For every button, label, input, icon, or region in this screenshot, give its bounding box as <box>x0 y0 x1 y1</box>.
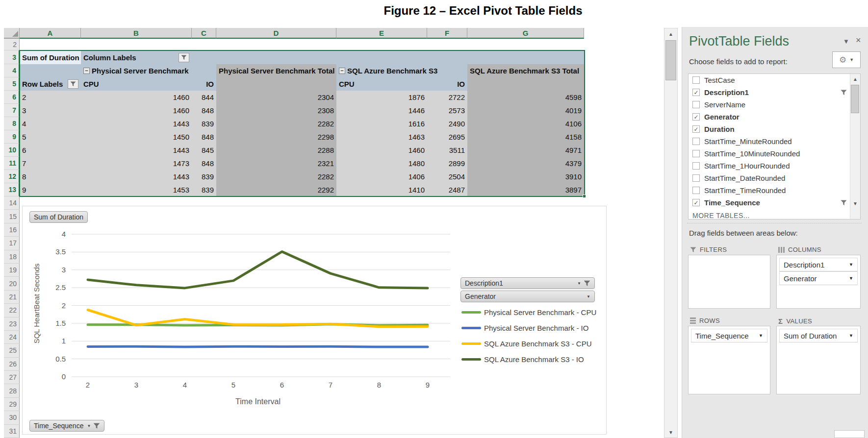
row-header-17[interactable]: 17 <box>4 237 20 250</box>
column-header-A[interactable]: A <box>20 28 81 39</box>
pivot-cell[interactable]: 4971 <box>467 144 584 157</box>
axis-field-button[interactable]: Time_Sequence ▼ <box>29 420 104 432</box>
cell-c3[interactable] <box>192 50 216 64</box>
field-item-starttime_10minuterounded[interactable]: StartTime_10MinuteRounded <box>689 147 851 160</box>
row-header-29[interactable]: 29 <box>4 398 20 411</box>
group-sql-azure-header[interactable]: − SQL Azure Benchmark S3 <box>336 64 467 77</box>
pivot-cell[interactable]: 2282 <box>216 117 336 130</box>
pivot-cell[interactable]: 1463 <box>336 130 427 144</box>
pane-collapse-icon[interactable]: ▼ <box>843 38 849 45</box>
pivot-cell[interactable]: 3511 <box>427 144 467 157</box>
field-item-starttime_minuterounded[interactable]: StartTime_MinuteRounded <box>689 135 851 147</box>
scroll-thumb[interactable] <box>851 85 859 113</box>
pivot-cell[interactable]: 3897 <box>467 183 584 196</box>
row-header-21[interactable]: 21 <box>4 291 20 304</box>
row-header-14[interactable]: 14 <box>4 196 20 210</box>
sa-io-header[interactable]: IO <box>427 77 467 91</box>
row-header-11[interactable]: 11 <box>4 157 20 170</box>
pivot-cell[interactable]: 1443 <box>81 117 192 130</box>
pivot-cell[interactable]: 4 <box>20 117 81 130</box>
row-header-20[interactable]: 20 <box>4 277 20 290</box>
field-checkbox[interactable] <box>692 76 700 84</box>
row-header-31[interactable]: 31 <box>4 425 20 438</box>
more-tables-link[interactable]: MORE TABLES... <box>689 209 860 219</box>
field-list-scrollbar[interactable]: ▲ ▼ <box>850 74 860 219</box>
pivot-cell[interactable]: 3 <box>20 104 81 117</box>
pivot-cell[interactable]: 2695 <box>427 130 467 144</box>
pivot-cell[interactable]: 839 <box>192 183 216 196</box>
pivot-cell[interactable]: 4598 <box>467 91 584 104</box>
column-header-B[interactable]: B <box>81 28 192 39</box>
cell-a4[interactable] <box>20 64 81 77</box>
pivot-cell[interactable]: 1450 <box>81 130 192 144</box>
row-header-24[interactable]: 24 <box>4 331 20 344</box>
area-field-generator[interactable]: Generator▼ <box>779 271 858 285</box>
column-header-D[interactable]: D <box>216 28 336 39</box>
pivot-cell[interactable]: 2321 <box>216 157 336 170</box>
pivot-cell[interactable]: 2490 <box>427 117 467 130</box>
row-header-15[interactable]: 15 <box>4 210 20 223</box>
collapse-icon[interactable]: − <box>339 68 345 74</box>
pivot-cell[interactable]: 2282 <box>216 170 336 183</box>
rows-drop-area[interactable]: Time_Sequence▼ <box>688 326 770 394</box>
pivot-cell[interactable]: 848 <box>192 130 216 144</box>
field-item-testcase[interactable]: TestCase <box>689 74 851 86</box>
pivot-cell[interactable]: 848 <box>192 157 216 170</box>
cell-d3[interactable] <box>216 50 336 64</box>
pivot-cell[interactable]: 1406 <box>336 170 427 183</box>
area-field-description1[interactable]: Description1▼ <box>779 258 858 271</box>
pivot-cell[interactable]: 5 <box>20 130 81 144</box>
tools-button[interactable]: ⚙ ▼ <box>832 51 861 68</box>
row-header-7[interactable]: 7 <box>4 104 20 117</box>
field-checkbox[interactable] <box>692 101 700 108</box>
field-checkbox[interactable] <box>692 150 700 157</box>
cell-g3[interactable] <box>467 50 584 64</box>
field-item-servername[interactable]: ServerName <box>689 98 851 111</box>
row-header-10[interactable]: 10 <box>4 144 20 157</box>
field-checkbox[interactable] <box>692 187 700 194</box>
field-item-duration[interactable]: ✓Duration <box>689 123 851 135</box>
pane-close-icon[interactable]: × <box>856 35 861 46</box>
pivot-cell[interactable]: 1460 <box>81 104 192 117</box>
field-checkbox[interactable]: ✓ <box>692 125 700 133</box>
column-labels-cell[interactable]: Column Labels <box>81 50 192 64</box>
pivot-cell[interactable]: 2722 <box>427 91 467 104</box>
value-field-button[interactable]: Sum of Duration <box>29 211 88 223</box>
area-field-sum of duration[interactable]: Sum of Duration▼ <box>779 329 858 342</box>
cell-f3[interactable] <box>427 50 467 64</box>
row-header-2[interactable]: 2 <box>4 39 20 50</box>
pivot-cell[interactable]: 2573 <box>427 104 467 117</box>
pivot-cell[interactable]: 848 <box>192 104 216 117</box>
field-item-starttime_timerounded[interactable]: StartTime_TimeRounded <box>689 184 851 196</box>
scroll-thumb[interactable] <box>665 40 676 80</box>
cell-e3[interactable] <box>336 50 427 64</box>
field-item-generator[interactable]: ✓Generator <box>689 111 851 123</box>
psb-cpu-header[interactable]: CPU <box>81 77 192 91</box>
pivot-chart[interactable]: 00.511.522.533.5423456789 Sum of Duratio… <box>22 206 607 435</box>
row-header-19[interactable]: 19 <box>4 264 20 277</box>
pivot-cell[interactable]: 2288 <box>216 144 336 157</box>
scroll-up-icon[interactable]: ▲ <box>664 28 677 39</box>
row-header-28[interactable]: 28 <box>4 384 20 397</box>
pivot-cell[interactable]: 2304 <box>216 91 336 104</box>
field-item-description1[interactable]: ✓Description1 <box>689 86 851 98</box>
sheet-vertical-scrollbar[interactable]: ▲ ▼ <box>664 28 678 438</box>
field-item-time_sequence[interactable]: ✓Time_Sequence <box>689 196 851 209</box>
column-header-F[interactable]: F <box>427 28 467 39</box>
pivot-cell[interactable]: 2298 <box>216 130 336 144</box>
pivot-cell[interactable]: 1446 <box>336 104 427 117</box>
collapse-icon[interactable]: − <box>83 68 90 74</box>
row-labels-filter-icon[interactable] <box>68 79 78 89</box>
column-header-C[interactable]: C <box>192 28 216 39</box>
pivot-cell[interactable]: 1443 <box>81 170 192 183</box>
pivot-cell[interactable]: 8 <box>20 170 81 183</box>
filters-drop-area[interactable] <box>688 255 770 309</box>
row-header-8[interactable]: 8 <box>4 117 20 130</box>
row-header-9[interactable]: 9 <box>4 130 20 144</box>
scroll-down-icon[interactable]: ▼ <box>850 198 860 208</box>
field-checkbox[interactable]: ✓ <box>692 199 700 206</box>
physical-server-total-header[interactable]: Physical Server Benchmark Total <box>216 64 336 77</box>
cell-d5[interactable] <box>216 77 336 91</box>
row-header-18[interactable]: 18 <box>4 250 20 264</box>
select-all-corner[interactable] <box>4 28 20 39</box>
